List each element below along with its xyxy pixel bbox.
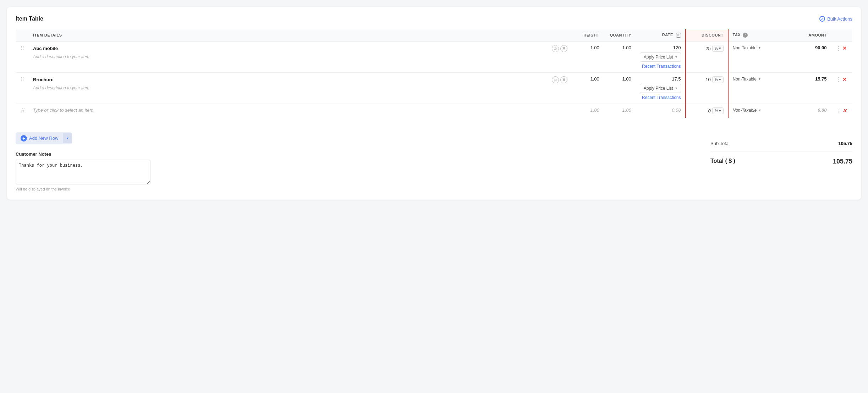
chevron-down-icon: ▾ — [675, 55, 677, 59]
discount-cell-2[interactable]: 10 % ▾ — [686, 72, 728, 104]
amount-cell-3: 0.00 — [792, 104, 831, 118]
discount-value-3: 0 — [708, 108, 710, 114]
apply-price-list-button-1[interactable]: Apply Price List ▾ — [640, 52, 681, 62]
add-new-row-dropdown-button[interactable]: ▾ — [63, 133, 72, 143]
tax-cell-3[interactable]: Non-Taxable ▾ — [728, 104, 792, 118]
item-remove-icon[interactable]: ✕ — [560, 45, 567, 52]
add-new-row-chevron-icon: ▾ — [67, 136, 68, 140]
check-circle-icon — [819, 16, 825, 22]
total-value: 105.75 — [833, 158, 852, 165]
tax-label-3: Non-Taxable — [733, 108, 757, 113]
chevron-down-icon-2: ▾ — [675, 86, 677, 90]
item-table: ITEM DETAILS HEIGHT QUANTITY RATE ⊞ DISC… — [16, 28, 852, 118]
delete-row-icon-1[interactable]: ✕ — [842, 45, 847, 51]
drag-handle-cell[interactable]: ⠿ — [16, 41, 29, 72]
drag-handle-cell-3[interactable]: ⠿ — [16, 104, 29, 118]
tax-chevron-icon-1: ▾ — [759, 46, 760, 50]
page-title: Item Table — [16, 16, 43, 22]
add-new-row-main-button[interactable]: + Add New Row — [16, 132, 63, 144]
tax-cell-1[interactable]: Non-Taxable ▾ — [728, 41, 792, 72]
discount-chevron-icon: ▾ — [719, 46, 721, 51]
col-height-header: HEIGHT — [572, 29, 604, 41]
discount-type-button-3[interactable]: % ▾ — [712, 107, 724, 114]
discount-type-button-1[interactable]: % ▾ — [712, 45, 724, 52]
rate-value-1: 120 — [673, 45, 681, 50]
discount-chevron-icon-3: ▾ — [719, 109, 721, 113]
tax-cell-2[interactable]: Non-Taxable ▾ — [728, 72, 792, 104]
col-amount-header: AMOUNT — [792, 29, 831, 41]
row-actions-cell-1: ⋮ ✕ — [831, 41, 852, 72]
discount-value-1: 25 — [705, 46, 710, 51]
col-discount-header: DISCOUNT — [686, 29, 728, 41]
discount-chevron-icon-2: ▾ — [719, 77, 721, 82]
discount-cell-1[interactable]: 25 % ▾ — [686, 41, 728, 72]
col-actions-header — [831, 29, 852, 41]
quantity-cell-1[interactable]: 1.00 — [604, 41, 636, 72]
item-name-text: Abc mobile — [33, 46, 58, 51]
delete-row-icon-2[interactable]: ✕ — [842, 77, 847, 82]
drag-handle-icon[interactable]: ⠿ — [20, 45, 24, 51]
item-remove-icon-2[interactable]: ✕ — [560, 76, 567, 83]
apply-price-list-wrapper-2: Apply Price List ▾ Recent Transactions — [640, 84, 681, 100]
item-name-cell-2: Brochure ☺ ✕ Add a description to your i… — [29, 72, 572, 104]
bulk-actions-label: Bulk Actions — [827, 16, 852, 22]
rate-cell-3[interactable]: 0.00 — [636, 104, 686, 118]
add-new-row-button[interactable]: + Add New Row ▾ — [16, 132, 72, 144]
amount-cell-1: 90.00 — [792, 41, 831, 72]
subtotal-row: Sub Total 105.75 — [710, 136, 852, 151]
more-actions-icon-2[interactable]: ⋮ — [835, 76, 841, 83]
rate-cell-2[interactable]: 17.5 Apply Price List ▾ Recent Transacti… — [636, 72, 686, 104]
tax-chevron-icon-3: ▾ — [759, 108, 760, 112]
row-actions-cell-3: ⋮ ✕ — [831, 104, 852, 118]
table-row-placeholder: ⠿ Type or click to select an item. 1.00 … — [16, 104, 852, 118]
recent-transactions-link-2[interactable]: Recent Transactions — [640, 95, 681, 100]
item-edit-icon[interactable]: ☺ — [552, 45, 559, 52]
tax-label-2: Non-Taxable — [733, 77, 757, 82]
item-name-text-2: Brochure — [33, 77, 54, 82]
apply-price-list-wrapper-1: Apply Price List ▾ Recent Transactions — [640, 52, 681, 69]
customer-notes-hint: Will be displayed on the invoice — [16, 187, 150, 191]
item-description[interactable]: Add a description to your item — [33, 54, 567, 59]
discount-value-2: 10 — [705, 77, 710, 82]
quantity-cell-3[interactable]: 1.00 — [604, 104, 636, 118]
customer-notes-label: Customer Notes — [16, 151, 150, 157]
add-new-row-plus-icon: + — [21, 135, 27, 142]
height-cell-3[interactable]: 1.00 — [572, 104, 604, 118]
recent-transactions-link-1[interactable]: Recent Transactions — [640, 64, 681, 69]
col-quantity-header: QUANTITY — [604, 29, 636, 41]
item-placeholder-text[interactable]: Type or click to select an item. — [33, 107, 95, 113]
bulk-actions-button[interactable]: Bulk Actions — [819, 16, 852, 22]
amount-cell-2: 15.75 — [792, 72, 831, 104]
drag-handle-icon-2[interactable]: ⠿ — [20, 76, 24, 83]
rate-value-2: 17.5 — [672, 76, 681, 82]
height-cell-2[interactable]: 1.00 — [572, 72, 604, 104]
drag-handle-icon-3[interactable]: ⠿ — [20, 107, 24, 114]
totals-section: Sub Total 105.75 Total ( $ ) 105.75 — [710, 136, 852, 191]
add-new-row-label: Add New Row — [29, 135, 58, 141]
tax-label-1: Non-Taxable — [733, 45, 757, 50]
subtotal-label: Sub Total — [710, 141, 730, 146]
subtotal-value: 105.75 — [838, 141, 852, 146]
apply-price-list-button-2[interactable]: Apply Price List ▾ — [640, 84, 681, 93]
tax-chevron-icon-2: ▾ — [759, 77, 760, 81]
col-item-header: ITEM DETAILS — [29, 29, 572, 41]
table-row: ⠿ Abc mobile ☺ ✕ Add a description to yo… — [16, 41, 852, 72]
discount-cell-3[interactable]: 0 % ▾ — [686, 104, 728, 118]
item-name-cell-3[interactable]: Type or click to select an item. — [29, 104, 572, 118]
col-rate-header: RATE ⊞ — [636, 29, 686, 41]
total-row: Total ( $ ) 105.75 — [710, 151, 852, 172]
total-label: Total ( $ ) — [710, 158, 735, 165]
quantity-cell-2[interactable]: 1.00 — [604, 72, 636, 104]
delete-row-icon-3[interactable]: ✕ — [842, 108, 847, 114]
tax-info-icon: i — [743, 33, 748, 38]
rate-cell-1[interactable]: 120 Apply Price List ▾ Recent Transactio… — [636, 41, 686, 72]
more-actions-icon-3[interactable]: ⋮ — [835, 107, 841, 114]
height-cell-1[interactable]: 1.00 — [572, 41, 604, 72]
more-actions-icon-1[interactable]: ⋮ — [835, 45, 841, 52]
col-tax-header: TAX i — [728, 29, 792, 41]
customer-notes-textarea[interactable] — [16, 160, 150, 184]
drag-handle-cell-2[interactable]: ⠿ — [16, 72, 29, 104]
item-description-2[interactable]: Add a description to your item — [33, 85, 567, 90]
discount-type-button-2[interactable]: % ▾ — [712, 76, 724, 83]
item-edit-icon-2[interactable]: ☺ — [552, 76, 559, 83]
